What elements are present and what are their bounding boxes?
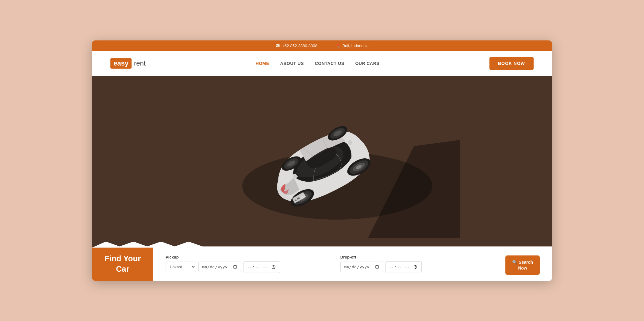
phone-number: +62-852-3880-8008 [282,43,317,48]
form-divider [331,256,331,272]
main-nav: HOME ABOUT US CONTACT US OUR CARS [256,61,380,66]
search-button[interactable]: 🔍 Search Now [505,255,540,275]
book-now-button[interactable]: BOOK NOW [489,57,534,70]
nav-about[interactable]: ABOUT US [280,61,304,66]
hero-section: B 461 [92,76,552,247]
dropoff-time-input[interactable] [385,261,422,273]
pickup-date-input[interactable] [198,262,241,272]
logo-easy: easy [110,58,132,69]
search-icon: 🔍 Search [512,260,533,265]
dropoff-label: Drop-off [340,255,496,259]
pickup-inputs: Lokasi Bali Denpasar Kuta [166,261,322,273]
browser-window: ☎ +62-852-3880-8008 📍 Bali, Indonesia ea… [92,40,552,281]
pickup-location-select[interactable]: Lokasi Bali Denpasar Kuta [166,262,196,272]
dropoff-date-input[interactable] [340,262,383,272]
phone-icon: ☎ [275,43,280,48]
pickup-time-input[interactable] [243,261,280,273]
top-bar: ☎ +62-852-3880-8008 📍 Bali, Indonesia [92,40,552,51]
pickup-group: Pickup Lokasi Bali Denpasar Kuta [166,255,322,273]
location-text: Bali, Indonesia [343,43,369,48]
dropoff-group: Drop-off [340,255,496,273]
nav-contact[interactable]: CONTACT US [315,61,344,66]
dropoff-inputs [340,261,496,273]
find-car-box: Find Your Car [92,247,153,281]
hero-car: B 461 [92,76,552,247]
nav-cars[interactable]: OUR CARS [355,61,379,66]
car-illustration: B 461 [184,85,460,238]
location-icon: 📍 [336,43,341,48]
logo[interactable]: easy rent [110,58,146,69]
header: easy rent HOME ABOUT US CONTACT US OUR C… [92,51,552,76]
phone-info: ☎ +62-852-3880-8008 [275,43,317,48]
pickup-label: Pickup [166,255,322,259]
nav-home[interactable]: HOME [256,61,269,66]
search-section: Find Your Car Pickup Lokasi Bali Denpasa… [92,247,552,281]
logo-rent: rent [134,59,146,67]
find-car-title: Find Your Car [105,254,141,274]
search-form: Pickup Lokasi Bali Denpasar Kuta Drop-of… [153,247,552,281]
location-info: 📍 Bali, Indonesia [336,43,369,48]
